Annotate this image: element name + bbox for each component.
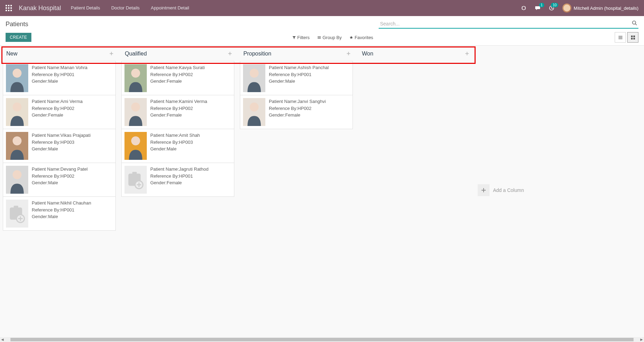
kanban-card[interactable]: Patient Name:Ashish Panchal Reference By… (240, 61, 353, 95)
user-menu[interactable]: Mitchell Admin (hospital_details) (560, 3, 638, 13)
column-add-icon[interactable] (109, 51, 114, 57)
nav-links: Patient Details Doctor Details Appointme… (65, 0, 195, 16)
nav-link-patient-details[interactable]: Patient Details (65, 0, 106, 16)
kanban-card[interactable]: Patient Name:Ami Verma Reference By:HP00… (3, 95, 116, 129)
card-name: Patient Name:Janvi Sanghvi (269, 98, 326, 105)
card-content: Patient Name:Manan Vohra Reference By:HP… (32, 61, 90, 95)
card-reference: Reference By:HP001 (32, 207, 91, 214)
column-add-icon[interactable] (228, 51, 232, 57)
messaging-icon[interactable]: 1 (532, 2, 544, 14)
nav-right: 1 10 Mitchell Admin (hospital_details) (518, 2, 641, 14)
favorites-button[interactable]: Favorites (349, 35, 373, 40)
kanban-column: Won (356, 46, 474, 335)
card-name: Patient Name:Jagruti Rathod (150, 166, 209, 173)
kanban-card[interactable]: Patient Name:Kamini Verma Reference By:H… (121, 95, 234, 129)
search-tools: Filters Group By Favorites (292, 35, 373, 40)
column-header[interactable]: Won (358, 46, 471, 61)
card-image (6, 98, 28, 126)
filters-button[interactable]: Filters (292, 35, 310, 40)
card-content: Patient Name:Vikas Prajapati Reference B… (32, 129, 93, 163)
add-column-button[interactable]: Add a Column (474, 46, 540, 335)
svg-point-9 (522, 6, 525, 10)
column-title: Qualified (125, 51, 147, 57)
svg-point-38 (13, 170, 22, 179)
kanban-card[interactable]: Patient Name:Vikas Prajapati Reference B… (3, 129, 116, 163)
kanban-card[interactable]: Patient Name:Janvi Sanghvi Reference By:… (240, 95, 353, 129)
card-image (6, 200, 28, 228)
scroll-thumb[interactable] (10, 338, 634, 341)
groupby-label: Group By (323, 35, 342, 40)
svg-point-62 (250, 103, 259, 112)
svg-rect-27 (631, 38, 632, 39)
svg-rect-0 (6, 5, 7, 6)
svg-rect-3 (6, 7, 7, 9)
nav-link-appointment-detail[interactable]: Appointment Detail (145, 0, 195, 16)
search-input[interactable] (379, 20, 638, 29)
svg-rect-28 (633, 38, 635, 39)
groupby-button[interactable]: Group By (317, 35, 342, 40)
svg-rect-40 (14, 206, 18, 208)
card-gender: Gender:Male (32, 146, 91, 153)
kanban-board: New Patient Name:Manan Vohra Reference B… (0, 46, 644, 335)
nav-link-doctor-details[interactable]: Doctor Details (106, 0, 145, 16)
kanban-view-button[interactable] (627, 32, 638, 43)
card-content: Patient Name:Jagruti Rathod Reference By… (150, 163, 211, 196)
card-reference: Reference By:HP002 (269, 105, 326, 112)
scroll-right-icon[interactable]: ► (639, 337, 644, 342)
favorites-label: Favorites (355, 35, 373, 40)
card-reference: Reference By:HP003 (150, 139, 200, 146)
card-content: Patient Name:Ashish Panchal Reference By… (269, 61, 332, 95)
apps-icon[interactable] (3, 2, 15, 14)
horizontal-scrollbar[interactable]: ◄ ► (0, 337, 644, 342)
card-image (124, 98, 147, 126)
card-content: Patient Name:Kavya Surati Reference By:H… (150, 61, 207, 95)
column-header[interactable]: Proposition (240, 46, 353, 61)
card-reference: Reference By:HP003 (32, 139, 91, 146)
card-gender: Gender:Male (32, 78, 88, 85)
filters-label: Filters (297, 35, 310, 40)
search-wrap (379, 20, 638, 29)
scroll-left-icon[interactable]: ◄ (0, 337, 5, 342)
search-icon[interactable] (632, 20, 637, 27)
svg-rect-53 (132, 172, 137, 174)
card-gender: Gender:Female (150, 78, 205, 85)
card-content: Patient Name:Amit Shah Reference By:HP00… (150, 129, 203, 163)
kanban-card[interactable]: Patient Name:Amit Shah Reference By:HP00… (121, 129, 234, 163)
column-header[interactable]: New (3, 46, 116, 61)
card-reference: Reference By:HP002 (32, 105, 83, 112)
card-gender: Gender:Male (150, 146, 200, 153)
activity-badge: 10 (551, 3, 558, 7)
column-header[interactable]: Qualified (121, 46, 234, 61)
card-reference: Reference By:HP002 (32, 173, 88, 180)
card-name: Patient Name:Amit Shah (150, 132, 200, 139)
column-title: Proposition (243, 51, 271, 57)
svg-point-49 (131, 103, 140, 112)
kanban-card[interactable]: Patient Name:Manan Vohra Reference By:HP… (3, 61, 116, 95)
card-image (243, 64, 265, 92)
kanban-card[interactable]: Patient Name:Devang Patel Reference By:H… (3, 163, 116, 197)
card-image (6, 64, 28, 92)
card-name: Patient Name:Vikas Prajapati (32, 132, 91, 139)
column-add-icon[interactable] (465, 51, 469, 57)
card-reference: Reference By:HP002 (150, 105, 207, 112)
activity-icon[interactable]: 10 (546, 2, 558, 14)
kanban-card[interactable]: Patient Name:Kavya Surati Reference By:H… (121, 61, 234, 95)
card-gender: Gender:Male (32, 213, 91, 220)
card-image (124, 166, 147, 194)
debug-icon[interactable] (518, 2, 530, 14)
kanban-card[interactable]: Patient Name:Nikhil Chauhan Reference By… (3, 197, 116, 231)
svg-point-60 (250, 69, 259, 78)
kanban-card[interactable]: Patient Name:Jagruti Rathod Reference By… (121, 163, 234, 197)
plus-icon (478, 184, 490, 196)
add-column-label: Add a Column (493, 187, 524, 193)
card-image (6, 166, 28, 194)
card-reference: Reference By:HP001 (32, 71, 88, 78)
column-add-icon[interactable] (346, 51, 351, 57)
list-view-button[interactable] (615, 32, 626, 43)
card-name: Patient Name:Kamini Verma (150, 98, 207, 105)
create-button[interactable]: CREATE (6, 33, 31, 42)
brand-title[interactable]: Kanak Hospital (15, 5, 65, 12)
card-image (124, 64, 147, 92)
svg-rect-4 (8, 7, 9, 9)
control-panel: Patients CREATE Filters Group By Favorit… (0, 16, 644, 46)
